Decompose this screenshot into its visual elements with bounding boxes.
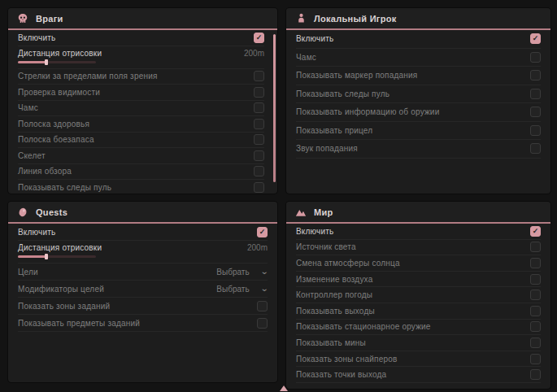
skull-icon <box>17 13 28 24</box>
select-row[interactable]: Цели Выбрать ⌄ <box>18 264 268 281</box>
slider-row: Дистанция отрисовки 200m <box>18 241 268 264</box>
setting-row[interactable]: Показывать следы пуль ✓ <box>18 180 264 194</box>
slider-label: Дистанция отрисовки <box>18 49 102 58</box>
panel-title: Враги <box>36 14 63 24</box>
setting-row[interactable]: Полоска здоровья ✓ <box>18 116 264 133</box>
checkbox[interactable]: ✓ <box>530 89 541 99</box>
setting-row[interactable]: Стрелки за пределами поля зрения ✓ <box>18 69 264 85</box>
setting-label: Показывать прицел <box>296 126 372 135</box>
panel-world: Мир Включить ✓ Источник света ✓ Смена ат… <box>286 202 550 389</box>
setting-row[interactable]: Показать зоны заданий ✓ <box>18 298 268 315</box>
setting-label: Контроллер погоды <box>296 290 372 299</box>
setting-row[interactable]: Звук попадания ✓ <box>296 140 541 159</box>
checkbox[interactable]: ✓ <box>254 134 264 145</box>
setting-label: Изменение воздуха <box>296 275 372 284</box>
scroll-up-indicator-icon <box>280 385 288 391</box>
checkbox[interactable]: ✓ <box>530 143 541 154</box>
setting-row[interactable]: Показывать предметы заданий ✓ <box>18 315 268 332</box>
slider-fill <box>18 61 46 63</box>
setting-row[interactable]: Показывать маркер попадания ✓ <box>296 67 541 85</box>
setting-row[interactable]: Скелет ✓ <box>18 148 264 164</box>
checkbox[interactable]: ✓ <box>530 33 541 44</box>
checkbox[interactable]: ✓ <box>257 318 268 329</box>
checkbox[interactable]: ✓ <box>254 166 264 176</box>
checkmark-icon: ✓ <box>256 34 263 41</box>
setting-row[interactable]: Чамс ✓ <box>18 101 264 117</box>
setting-label: Показать точки выхода <box>296 370 386 379</box>
setting-row[interactable]: Включить ✓ <box>296 30 541 49</box>
checkbox[interactable]: ✓ <box>254 150 264 161</box>
panel-title: Мир <box>314 207 333 217</box>
setting-row[interactable]: Показать точки выхода ✓ <box>296 367 541 383</box>
checkbox[interactable]: ✓ <box>530 321 541 332</box>
setting-row[interactable]: Линия обзора ✓ <box>18 164 264 181</box>
distance-slider[interactable] <box>18 255 96 258</box>
checkbox[interactable]: ✓ <box>530 274 541 285</box>
checkbox[interactable]: ✓ <box>254 182 264 193</box>
panel-world-header[interactable]: Мир <box>286 202 550 224</box>
setting-row[interactable]: Включить ✓ <box>18 224 268 241</box>
checkbox[interactable]: ✓ <box>530 338 541 348</box>
checkbox[interactable]: ✓ <box>257 301 268 311</box>
panel-quests-header[interactable]: Quests <box>8 202 277 224</box>
setting-row[interactable]: Показывать мины ✓ <box>296 335 541 351</box>
panel-enemies: Враги Включить ✓ Дистанция отрисовки 200… <box>8 8 277 194</box>
checkbox[interactable]: ✓ <box>257 227 268 237</box>
setting-label: Показывать следы пуль <box>296 89 389 98</box>
checkbox[interactable]: ✓ <box>530 354 541 364</box>
dropdown[interactable]: Выбрать ⌄ <box>216 268 268 277</box>
distance-slider[interactable] <box>18 61 96 63</box>
setting-label: Показать зоны снайперов <box>296 355 398 364</box>
checkbox[interactable]: ✓ <box>254 71 264 81</box>
checkbox[interactable]: ✓ <box>254 33 264 43</box>
checkbox[interactable]: ✓ <box>530 52 541 63</box>
dropdown[interactable]: Выбрать ⌄ <box>216 285 268 294</box>
setting-row[interactable]: Показывать следы пуль ✓ <box>296 85 541 104</box>
setting-label: Показывать выходы <box>296 307 375 316</box>
setting-row[interactable]: Включить ✓ <box>296 224 541 240</box>
slider-thumb[interactable] <box>45 59 48 65</box>
setting-row[interactable]: Показать зоны снайперов ✓ <box>296 351 541 368</box>
checkbox[interactable]: ✓ <box>254 119 264 129</box>
setting-row[interactable]: Полоска боезапаса ✓ <box>18 133 264 149</box>
checkbox[interactable]: ✓ <box>530 290 541 300</box>
checkmark-icon: ✓ <box>259 229 266 236</box>
panel-quests: Quests Включить ✓ Дистанция отрисовки 20… <box>8 202 277 382</box>
checkbox[interactable]: ✓ <box>530 242 541 252</box>
slider-thumb[interactable] <box>45 254 48 259</box>
checkbox[interactable]: ✓ <box>254 102 264 113</box>
setting-row[interactable]: Показывать информацию об оружии ✓ <box>296 103 541 122</box>
setting-label: Полоска здоровья <box>18 120 89 128</box>
slider-fill <box>18 255 46 258</box>
panel-enemies-header[interactable]: Враги <box>8 8 277 30</box>
setting-row[interactable]: Смена атмосферы солнца ✓ <box>296 255 541 272</box>
checkbox[interactable]: ✓ <box>530 70 541 81</box>
setting-row[interactable]: Контроллер погоды ✓ <box>296 287 541 303</box>
setting-label: Показывать информацию об оружии <box>296 107 439 116</box>
setting-row[interactable]: Чамс ✓ <box>296 49 541 68</box>
setting-label: Показывать следы пуль <box>18 183 111 192</box>
setting-row[interactable]: Проверка видимости ✓ <box>18 85 264 101</box>
setting-label: Чамс <box>296 53 316 62</box>
setting-row[interactable]: Включить ✓ <box>18 30 264 46</box>
checkbox[interactable]: ✓ <box>530 306 541 316</box>
setting-row[interactable]: Показывать выходы ✓ <box>296 303 541 320</box>
setting-row[interactable]: Источник света ✓ <box>296 240 541 256</box>
mountain-icon <box>295 207 307 218</box>
panel-title: Локальный Игрок <box>314 14 397 24</box>
setting-label: Линия обзора <box>18 167 72 176</box>
select-row[interactable]: Модификаторы целей Выбрать ⌄ <box>18 281 268 298</box>
setting-row[interactable]: Показывать прицел ✓ <box>296 122 541 141</box>
scrollbar[interactable] <box>273 34 276 182</box>
checkbox[interactable]: ✓ <box>530 226 541 237</box>
setting-row[interactable]: Показывать стационарное оружие ✓ <box>296 320 541 336</box>
setting-label: Источник света <box>296 242 356 251</box>
checkbox[interactable]: ✓ <box>254 87 264 98</box>
panel-local-player-header[interactable]: Локальный Игрок <box>286 8 550 30</box>
setting-row[interactable]: Изменение воздуха ✓ <box>296 272 541 288</box>
checkbox[interactable]: ✓ <box>530 258 541 268</box>
setting-label: Звук попадания <box>296 144 358 153</box>
checkbox[interactable]: ✓ <box>530 369 541 380</box>
checkbox[interactable]: ✓ <box>530 107 541 117</box>
checkbox[interactable]: ✓ <box>530 125 541 136</box>
